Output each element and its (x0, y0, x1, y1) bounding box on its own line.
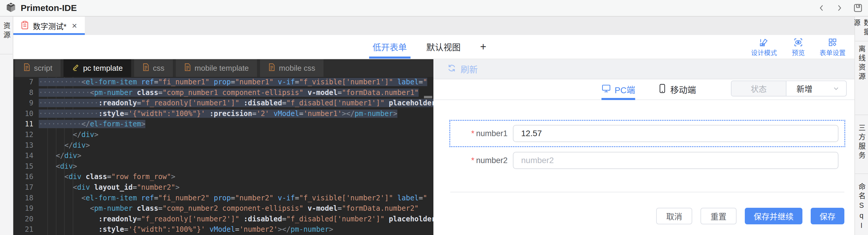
code-line-9[interactable]: ··············:readonly="f_readonly['num… (39, 98, 433, 109)
number-input-number2[interactable]: number2 (513, 152, 838, 169)
code-line-15[interactable]: <div> (39, 161, 433, 172)
forward-icon[interactable] (835, 4, 844, 12)
field-label-number2: *number2 (450, 156, 513, 165)
pc-monitor-icon (601, 84, 611, 95)
device-tab-row: PC端移动端 状态 新增 (433, 79, 855, 100)
view-tab-低开表单[interactable]: 低开表单 (371, 35, 408, 59)
editor-tab-mobile-css[interactable]: mobile css (260, 59, 323, 77)
editor-tab-mobile-template[interactable]: mobile template (176, 59, 257, 77)
editor-tab-script[interactable]: script (15, 59, 61, 77)
form-field-row-number2[interactable]: *number2number2 (450, 149, 844, 172)
form-preview-panel: 刷新 PC端移动端 状态 新增 *number2number2*number11… (433, 59, 855, 235)
field-label-number1: *number1 (450, 129, 513, 138)
code-line-21[interactable]: :style='{"width":"100%"}' vModel='number… (39, 224, 433, 235)
code-line-16[interactable]: <div class="row form_row"> (39, 172, 433, 182)
refresh-icon (447, 63, 457, 75)
rail-item-命名Sql[interactable]: 命名Sql (855, 174, 868, 235)
code-area[interactable]: ··········<el-form-item ref="fi_number1"… (39, 77, 433, 235)
logo-icon (5, 2, 17, 14)
code-editor: scriptpc templatecssmobile templatemobil… (13, 59, 433, 235)
code-line-19[interactable]: <pm-number class="comp_number2 component… (39, 203, 433, 214)
chevron-down-icon (832, 84, 840, 93)
document-icon (21, 21, 29, 31)
line-number: 21 (13, 224, 39, 235)
rail-item-数据源[interactable]: 数据源 (855, 17, 868, 42)
rail-item-资源[interactable]: 资源 (0, 17, 13, 54)
form-field-row-number1[interactable]: *number112.57 (450, 121, 844, 146)
right-rail: 数据源离线资源三方服务命名Sql (855, 17, 868, 235)
file-icon (268, 63, 275, 73)
code-line-7[interactable]: ··········<el-form-item ref="fi_number1"… (39, 77, 433, 87)
device-tab-PC端[interactable]: PC端 (601, 79, 635, 100)
form-button-保存并继续[interactable]: 保存并继续 (745, 208, 802, 224)
header-action-设计模式[interactable]: 设计模式 (751, 37, 777, 56)
file-icon (143, 63, 150, 73)
device-tab-移动端[interactable]: 移动端 (658, 79, 696, 100)
number-input-number1[interactable]: 12.57 (513, 125, 838, 142)
device-tabs: PC端移动端 (601, 79, 696, 100)
line-number: 18 (13, 193, 39, 204)
form-action-bar: 取消重置保存并继续保存 (450, 208, 844, 224)
code-line-10[interactable]: ··············:style='{"width":"100%"}' … (39, 109, 433, 119)
left-rail: 资源 (0, 17, 13, 235)
pencil-icon (72, 63, 80, 73)
back-icon[interactable] (817, 4, 826, 12)
line-number: 17 (13, 182, 39, 193)
file-icon (23, 63, 30, 73)
editor-tab-css[interactable]: css (134, 59, 173, 77)
line-number: 13 (13, 140, 39, 151)
line-number: 11 (13, 119, 39, 130)
line-number: 15 (13, 161, 39, 172)
save-icon[interactable] (852, 3, 863, 13)
primeton-ide-window: Primeton-IDE 资源 数据源离线资源三方服务命名Sql 数字测试* × (0, 0, 868, 235)
editor-tab-strip: scriptpc templatecssmobile templatemobil… (13, 59, 433, 77)
refresh-bar: 刷新 (433, 59, 855, 79)
line-number: 8 (13, 87, 39, 98)
line-number: 20 (13, 214, 39, 225)
header-action-表单设置[interactable]: 表单设置 (819, 37, 845, 56)
code-line-8[interactable]: ············<pm-number class="comp_numbe… (39, 87, 433, 98)
required-asterisk: * (471, 156, 474, 165)
line-number-gutter: 789101112131415161718192021 (13, 77, 39, 235)
code-line-12[interactable]: </div> (39, 130, 433, 140)
file-icon (184, 63, 191, 73)
form-button-重置[interactable]: 重置 (701, 208, 737, 224)
rail-item-三方服务[interactable]: 三方服务 (855, 115, 868, 174)
header-action-预览[interactable]: 预览 (792, 37, 805, 56)
scrollbar-selection-mark[interactable] (424, 96, 432, 98)
document-tab[interactable]: 数字测试* × (13, 17, 85, 35)
code-line-14[interactable]: </div> (39, 151, 433, 161)
line-number: 12 (13, 130, 39, 140)
code-line-20[interactable]: :readonly="f_readonly['number2']" :disab… (39, 214, 433, 225)
state-select[interactable]: 新增 (786, 81, 846, 96)
refresh-button[interactable]: 刷新 (447, 63, 478, 75)
code-line-13[interactable]: </div> (39, 140, 433, 151)
line-number: 9 (13, 98, 39, 109)
refresh-label: 刷新 (461, 63, 478, 75)
required-asterisk: * (471, 129, 474, 138)
form-canvas: *number2number2*number112.57 取消重置保存并继续保存 (433, 100, 855, 235)
form-settings-icon (828, 37, 837, 49)
state-select-group: 状态 新增 (731, 80, 847, 97)
preview-icon (794, 37, 803, 49)
rail-item-离线资源[interactable]: 离线资源 (855, 42, 868, 115)
form-button-保存[interactable]: 保存 (811, 208, 844, 224)
line-number: 19 (13, 203, 39, 214)
view-tab-默认视图[interactable]: 默认视图 (425, 35, 462, 59)
close-icon[interactable]: × (72, 21, 77, 30)
code-line-18[interactable]: <el-form-item ref="fi_number2" prop="num… (39, 193, 433, 204)
code-line-17[interactable]: <div layout_id="number2"> (39, 182, 433, 193)
view-tabs: 低开表单默认视图+ (371, 35, 488, 59)
line-number: 16 (13, 172, 39, 182)
form-header: 低开表单默认视图+ 设计模式预览表单设置 (13, 35, 855, 59)
form-footer-divider (450, 192, 844, 192)
add-view-button[interactable]: + (479, 35, 488, 59)
state-label: 状态 (732, 81, 786, 96)
code-line-11[interactable]: ··········</el-form-item> (39, 119, 433, 130)
header-actions: 设计模式预览表单设置 (751, 35, 845, 59)
state-select-value: 新增 (797, 83, 812, 95)
editor-tab-pc-template[interactable]: pc template (64, 59, 131, 77)
line-number: 10 (13, 109, 39, 119)
form-button-取消[interactable]: 取消 (656, 208, 692, 224)
design-mode-icon (759, 37, 769, 49)
